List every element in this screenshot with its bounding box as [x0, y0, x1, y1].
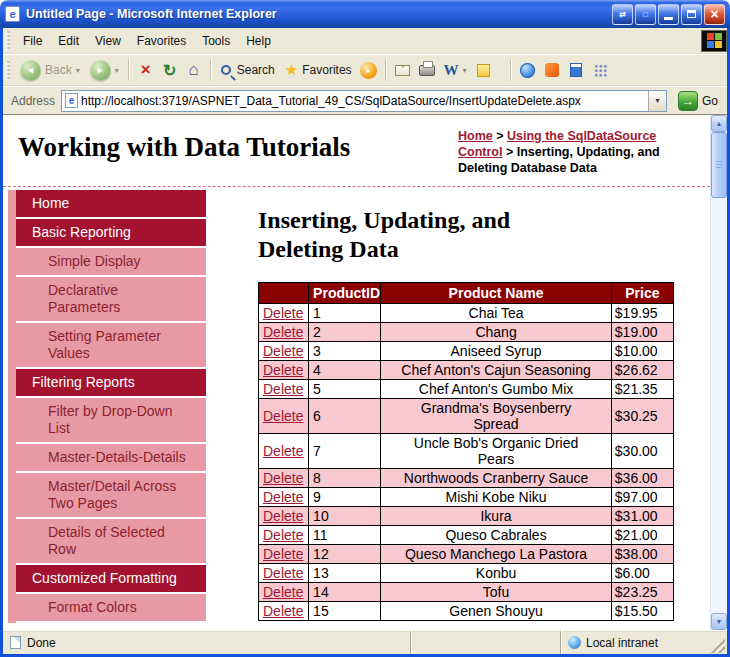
delete-link[interactable]: Delete: [263, 305, 303, 321]
sidebar-item-filter-by-drop-down-list[interactable]: Filter by Drop-Down List: [16, 398, 206, 442]
sidebar-item-master-details-details[interactable]: Master-Details-Details: [16, 444, 206, 471]
search-button[interactable]: Search: [216, 61, 280, 79]
menu-favorites[interactable]: Favorites: [129, 30, 194, 52]
price-cell: $30.25: [611, 399, 673, 434]
menubar-grip[interactable]: [6, 31, 10, 50]
snagit-icon: [545, 63, 559, 77]
forward-dropdown-icon[interactable]: ▾: [115, 66, 119, 75]
delete-link[interactable]: Delete: [263, 324, 303, 340]
product-id-cell: 8: [309, 469, 381, 488]
product-id-cell: 2: [309, 323, 381, 342]
globe-icon: [520, 63, 535, 78]
sidebar-item-basic-reporting[interactable]: Basic Reporting: [16, 219, 206, 246]
main-content: Inserting, Updating, and Deleting Data P…: [258, 190, 710, 623]
forward-button[interactable]: ► ▾: [85, 58, 124, 83]
table-row: Delete9Mishi Kobe Niku$97.00: [259, 488, 674, 507]
minimize-button[interactable]: [658, 4, 679, 25]
price-cell: $21.35: [611, 380, 673, 399]
delete-link[interactable]: Delete: [263, 508, 303, 524]
delete-link[interactable]: Delete: [263, 527, 303, 543]
sidebar-item-setting-parameter-values[interactable]: Setting Parameter Values: [16, 323, 206, 367]
product-id-cell: 3: [309, 342, 381, 361]
stop-button[interactable]: ×: [134, 58, 158, 82]
product-id-cell: 10: [309, 507, 381, 526]
research-button[interactable]: [564, 58, 588, 82]
breadcrumb-link-home[interactable]: Home: [458, 129, 493, 143]
home-icon: ⌂: [189, 60, 199, 80]
snagit-button[interactable]: [540, 58, 564, 82]
delete-link[interactable]: Delete: [263, 443, 303, 459]
delete-link[interactable]: Delete: [263, 546, 303, 562]
sidebar-item-details-of-selected-row[interactable]: Details of Selected Row: [16, 519, 206, 563]
scrollbar-thumb[interactable]: [711, 132, 727, 198]
menu-view[interactable]: View: [87, 30, 129, 52]
delete-link[interactable]: Delete: [263, 343, 303, 359]
product-id-cell: 1: [309, 304, 381, 323]
refresh-button[interactable]: ↻: [158, 58, 182, 82]
word-dropdown-icon[interactable]: ▾: [463, 66, 467, 75]
quick-launch-button[interactable]: [588, 58, 612, 82]
resize-grip[interactable]: [710, 638, 725, 653]
scrollbar-track[interactable]: [711, 132, 727, 613]
menu-edit[interactable]: Edit: [50, 30, 87, 52]
sidebar-item-format-colors[interactable]: Format Colors: [16, 594, 206, 621]
home-button[interactable]: ⌂: [182, 58, 206, 82]
mail-button[interactable]: [391, 58, 415, 82]
notes-button[interactable]: [472, 58, 496, 82]
media-button[interactable]: ▸: [357, 58, 381, 82]
vertical-scrollbar[interactable]: ▲ ▼: [710, 115, 727, 630]
delete-link[interactable]: Delete: [263, 603, 303, 619]
sidebar-item-declarative-parameters[interactable]: Declarative Parameters: [16, 277, 206, 321]
toolbar-grip[interactable]: [6, 61, 10, 80]
sidebar-item-customized-formatting[interactable]: Customized Formatting: [16, 565, 206, 592]
messenger-button[interactable]: [516, 58, 540, 82]
delete-link[interactable]: Delete: [263, 381, 303, 397]
print-button[interactable]: [415, 58, 439, 82]
grid-icon: [593, 63, 607, 77]
delete-link[interactable]: Delete: [263, 584, 303, 600]
favorites-button[interactable]: ★ Favorites: [280, 59, 357, 81]
table-row: Delete5Chef Anton's Gumbo Mix$21.35: [259, 380, 674, 399]
address-input[interactable]: [78, 94, 648, 108]
titlebar-arrows-button[interactable]: ⇄: [612, 4, 633, 25]
products-table: ProductIDProduct NamePrice Delete1Chai T…: [258, 282, 674, 621]
product-id-cell: 13: [309, 564, 381, 583]
product-name-cell: Tofu: [381, 583, 612, 602]
back-button[interactable]: ◄ Back ▾: [15, 58, 85, 83]
table-header: ProductIDProduct NamePrice: [259, 283, 674, 304]
sidebar-item-home[interactable]: Home: [16, 190, 206, 217]
sidebar-item-master-detail-across-two-pages[interactable]: Master/Detail Across Two Pages: [16, 473, 206, 517]
search-icon: [221, 65, 231, 75]
titlebar-window-button[interactable]: □: [635, 4, 656, 25]
menu-help[interactable]: Help: [238, 30, 279, 52]
sidebar-item-filtering-reports[interactable]: Filtering Reports: [16, 369, 206, 396]
scroll-up-button[interactable]: ▲: [711, 115, 727, 132]
addressbar: Address e ▾ → Go: [3, 86, 727, 114]
address-field[interactable]: e ▾: [61, 90, 667, 112]
scroll-down-button[interactable]: ▼: [711, 613, 727, 630]
back-icon: ◄: [20, 60, 41, 81]
back-dropdown-icon[interactable]: ▾: [76, 66, 80, 75]
delete-link[interactable]: Delete: [263, 565, 303, 581]
delete-link[interactable]: Delete: [263, 489, 303, 505]
maximize-button[interactable]: [681, 4, 702, 25]
page-title: Inserting, Updating, and Deleting Data: [258, 206, 588, 264]
sidebar-item-simple-display[interactable]: Simple Display: [16, 248, 206, 275]
delete-link[interactable]: Delete: [263, 408, 303, 424]
address-dropdown-button[interactable]: ▾: [648, 91, 666, 111]
ie-e-glyph: e: [9, 9, 15, 20]
delete-link[interactable]: Delete: [263, 362, 303, 378]
delete-link[interactable]: Delete: [263, 470, 303, 486]
titlebar[interactable]: e Untitled Page - Microsoft Internet Exp…: [0, 0, 730, 28]
table-body: Delete1Chai Tea$19.95Delete2Chang$19.00D…: [259, 304, 674, 621]
table-row: Delete4Chef Anton's Cajun Seasoning$26.6…: [259, 361, 674, 380]
maximize-icon: [687, 10, 696, 18]
product-name-cell: Queso Cabrales: [381, 526, 612, 545]
product-id-cell: 4: [309, 361, 381, 380]
edit-in-word-button[interactable]: W ▾: [439, 60, 472, 81]
menu-file[interactable]: File: [15, 30, 50, 52]
close-button[interactable]: ×: [704, 4, 725, 25]
go-button[interactable]: → Go: [673, 91, 723, 111]
menu-tools[interactable]: Tools: [194, 30, 238, 52]
product-id-cell: 11: [309, 526, 381, 545]
